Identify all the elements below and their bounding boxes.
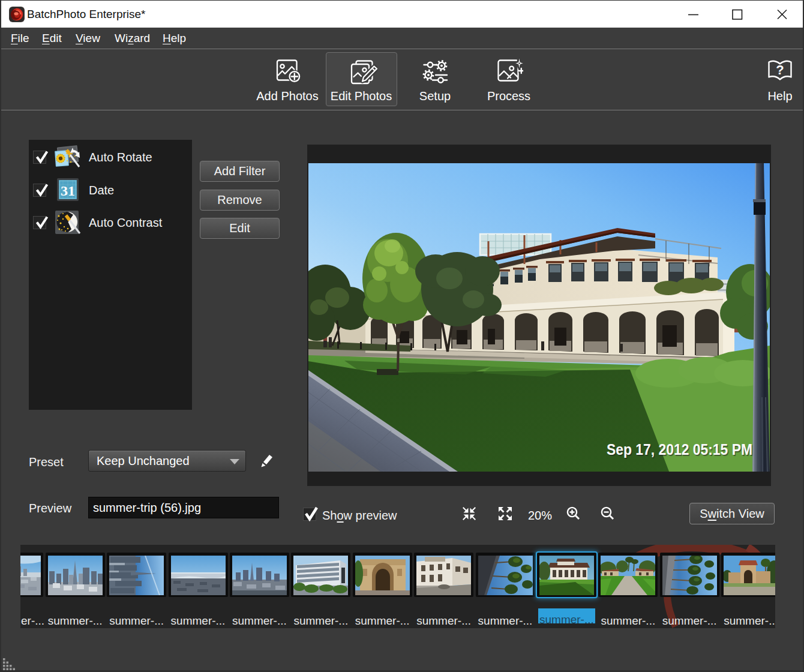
svg-text:31: 31	[61, 183, 75, 199]
svg-text:?: ?	[776, 62, 784, 77]
svg-text:Sep 17, 2012 05:15 PM: Sep 17, 2012 05:15 PM	[607, 441, 752, 458]
